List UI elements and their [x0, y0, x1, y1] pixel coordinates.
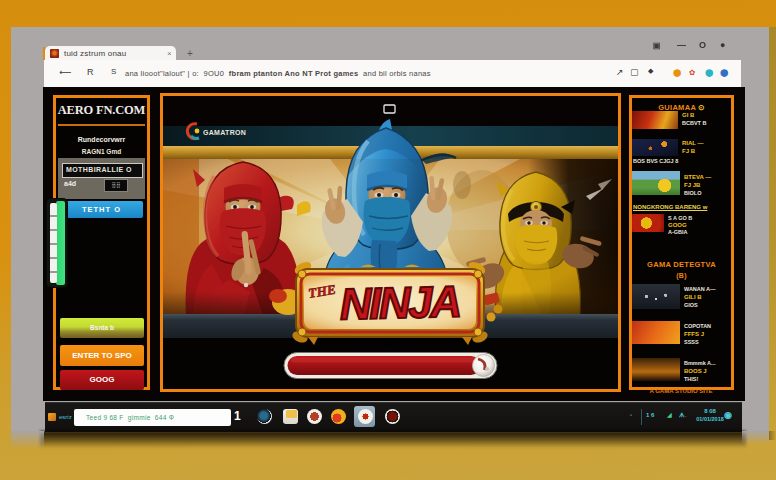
svg-text:GAMATRON: GAMATRON — [203, 129, 246, 136]
svg-text:NINJA: NINJA — [339, 276, 460, 328]
